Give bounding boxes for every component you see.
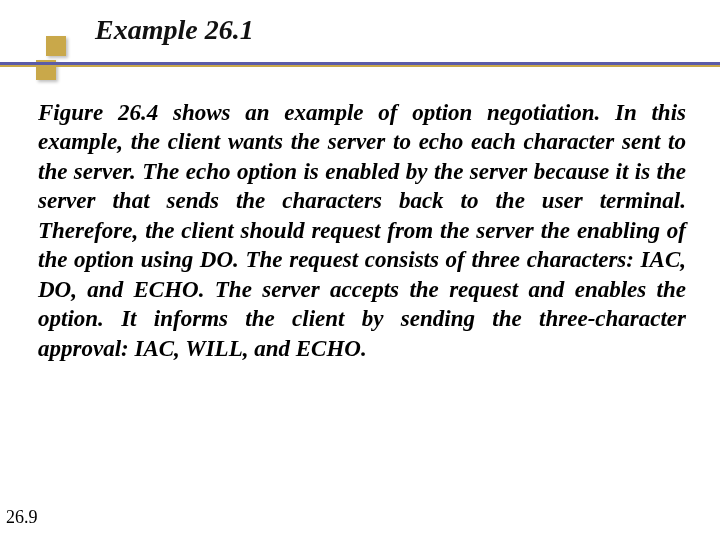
- title-underline-secondary: [0, 65, 720, 67]
- body-paragraph: Figure 26.4 shows an example of option n…: [38, 98, 686, 363]
- bullet-square-icon: [46, 36, 66, 56]
- slide: Example 26.1 Figure 26.4 shows an exampl…: [0, 0, 720, 540]
- slide-title: Example 26.1: [95, 14, 254, 46]
- title-area: Example 26.1: [0, 10, 720, 68]
- page-number: 26.9: [6, 507, 38, 528]
